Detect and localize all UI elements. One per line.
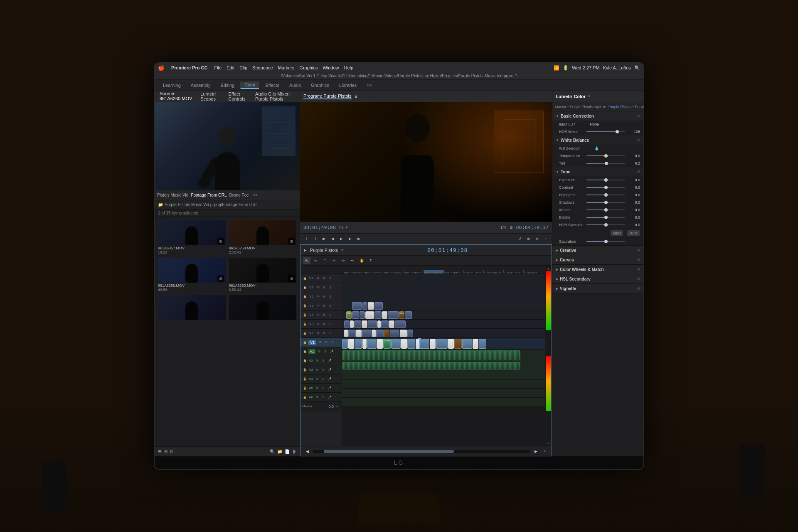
selection-tool[interactable]: ↖ [303, 257, 310, 264]
hsl-header[interactable]: ▶ HSL Secondary ↺ [552, 274, 643, 283]
prog-add[interactable]: + [542, 235, 549, 243]
input-lut-value[interactable]: None [586, 122, 599, 126]
track-sync-v3[interactable]: S [328, 322, 333, 327]
track-vis-v2[interactable]: 👁 [315, 331, 320, 336]
settings-icon[interactable]: ⚙ [508, 224, 515, 231]
menu-sequence[interactable]: Sequence [252, 65, 273, 70]
lumetri-scopes-tab[interactable]: Lumetri Scopes [198, 91, 222, 102]
tab-libraries[interactable]: Libraries [335, 82, 361, 89]
track-lock-v5[interactable]: 🔒 [302, 303, 307, 308]
whites-handle[interactable] [604, 208, 608, 212]
tab-effects[interactable]: Effects [261, 82, 283, 89]
track-lock-a3[interactable]: 🔒 [302, 367, 307, 372]
track-mic-a6[interactable]: 🎤 [327, 395, 332, 400]
clip-item-3[interactable]: 🎬 961A6260.MOV 3;50;44 [229, 258, 297, 292]
track-vis-v7[interactable]: 👁 [315, 285, 320, 290]
blacks-slider[interactable] [586, 217, 625, 218]
project-tabs-more[interactable]: >> [253, 193, 258, 197]
v4-color-clip[interactable]: Color [346, 311, 352, 319]
hdr-specular-handle[interactable] [604, 223, 608, 227]
v1-clip-3[interactable] [367, 339, 377, 349]
clip-item-2[interactable]: 🎬 961A6259.MOV 49;56 [158, 258, 226, 292]
track-vis-v5[interactable]: 👁 [315, 303, 320, 308]
search-icon[interactable]: 🔍 [634, 65, 640, 71]
timeline-title[interactable]: Purple Pistols [310, 248, 338, 253]
a2-audio-clip[interactable] [342, 362, 520, 369]
v3-clip-1[interactable] [344, 320, 350, 328]
timeline-close-icon[interactable]: ≡ [341, 248, 343, 252]
tint-slider[interactable] [586, 163, 625, 164]
track-lock-a1[interactable]: 🔒 [302, 349, 307, 354]
v2-clip-2[interactable] [362, 330, 371, 337]
clip-item-4[interactable] [158, 295, 226, 321]
v4-white-2[interactable] [382, 311, 387, 319]
track-mute-a4[interactable]: M [315, 377, 320, 382]
track-mic-a4[interactable]: 🎤 [327, 377, 332, 382]
menu-file[interactable]: File [214, 65, 222, 70]
saturation-slider[interactable] [586, 241, 625, 242]
track-lock-v3[interactable]: 🔒 [302, 322, 307, 327]
wb-selector-dropper[interactable]: 💧 [586, 146, 599, 150]
v2-white-3[interactable] [372, 330, 376, 337]
type-tool[interactable]: T [367, 257, 374, 264]
track-sync-v5[interactable]: S [328, 303, 333, 308]
tl-zoom-handle[interactable] [324, 450, 454, 453]
v1-clip-5[interactable] [407, 339, 415, 349]
track-lock-a5[interactable]: 🔒 [302, 386, 307, 391]
track-lock-v7[interactable]: 🔒 [302, 285, 307, 290]
v4-vid-4[interactable] [388, 311, 399, 319]
track-vis-v4[interactable]: 👁 [315, 313, 320, 318]
vignette-header[interactable]: ▶ Vignette ↺ [552, 284, 643, 293]
tone-header[interactable]: ▼ Tone ↺ [552, 167, 643, 176]
tint-handle[interactable] [605, 162, 608, 165]
temperature-handle[interactable] [604, 154, 608, 158]
hsl-reset-btn[interactable]: ↺ [637, 277, 640, 281]
track-solo-a6[interactable]: S [321, 395, 326, 400]
project-tab-drone[interactable]: Drone Foc [229, 193, 249, 197]
track-solo-a4[interactable]: S [321, 377, 326, 382]
freeform-view-btn[interactable]: ⊡ [170, 449, 173, 454]
v1-clip-7[interactable] [436, 339, 448, 349]
track-mute-v3[interactable]: M [322, 322, 327, 327]
v1-white-5[interactable] [416, 339, 419, 349]
v2-clip-1[interactable] [348, 330, 356, 337]
v3-white-1[interactable] [350, 320, 354, 328]
v3-clip-3[interactable] [368, 320, 377, 328]
track-mute-a6[interactable]: M [315, 395, 320, 400]
exposure-slider[interactable] [586, 180, 625, 180]
blacks-handle[interactable] [604, 216, 608, 219]
v1-clip-6[interactable] [420, 339, 429, 349]
v2-clip-5[interactable] [407, 330, 413, 337]
prog-play[interactable]: ▶ [337, 235, 345, 243]
v1-white-2[interactable] [362, 339, 366, 349]
curves-header[interactable]: ▶ Curves ↺ [552, 255, 643, 264]
app-name[interactable]: Premiere Pro CC [171, 65, 207, 70]
curves-reset-btn[interactable]: ↺ [637, 258, 640, 262]
master-gain[interactable]: 0.0 [328, 404, 334, 409]
v1-white-4[interactable] [401, 339, 407, 349]
exposure-handle[interactable] [604, 178, 608, 182]
v1-clip-1[interactable] [342, 339, 348, 349]
highlights-slider[interactable] [586, 195, 625, 195]
blacks-value[interactable]: 0.0 [628, 215, 640, 219]
tab-assembly[interactable]: Assembly [187, 82, 215, 89]
track-sync-v1[interactable]: S [330, 340, 335, 345]
hdr-specular-value[interactable]: 0.0 [628, 223, 640, 227]
v1-color-2[interactable] [454, 339, 462, 349]
audio-clip-mixer-tab[interactable]: Audio Clip Mixer: Purple Pistols [253, 91, 297, 102]
track-mute-v5[interactable]: M [322, 303, 327, 308]
grid-view-btn[interactable]: ⊞ [164, 449, 167, 454]
v4-vid-3[interactable] [374, 311, 382, 319]
track-sync-v7[interactable]: S [328, 285, 333, 290]
track-sync-v4[interactable]: S [328, 313, 333, 318]
tab-color[interactable]: Color [240, 81, 259, 89]
v5-clip-4[interactable] [374, 302, 383, 310]
clear-btn[interactable]: 🗑 [292, 449, 296, 454]
track-sync-v2[interactable]: S [328, 331, 333, 336]
v2-white-4[interactable] [400, 330, 407, 337]
timeline-timecode[interactable]: 00;01;49;08 [427, 247, 468, 253]
v3-white-3[interactable] [377, 320, 381, 328]
track-mic-a2[interactable]: 🎤 [327, 358, 332, 363]
whites-value[interactable]: 0.0 [628, 208, 640, 212]
track-lock-v2[interactable]: 🔒 [302, 331, 307, 336]
